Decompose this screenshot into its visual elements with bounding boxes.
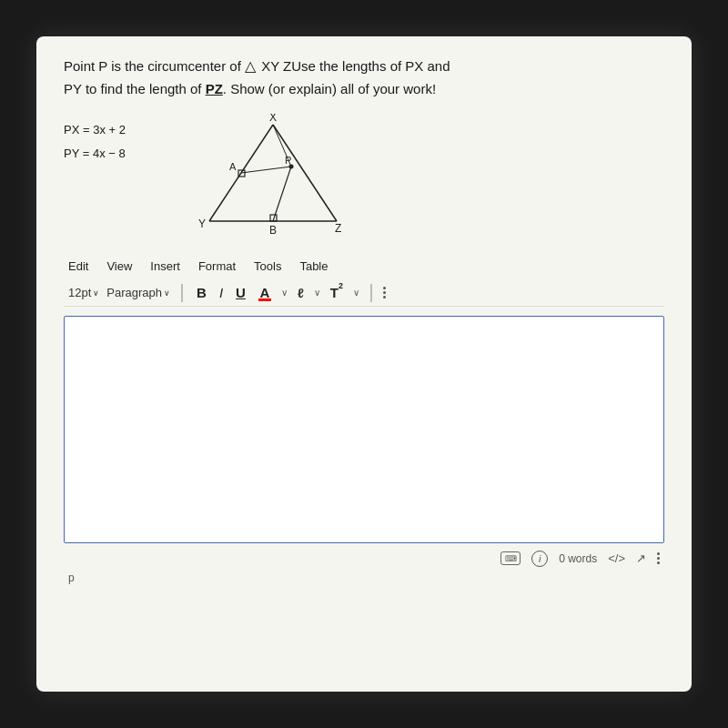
color-bar xyxy=(258,298,271,301)
formatting-bar: 12pt ∨ Paragraph ∨ B I U A ∨ ℓ ∨ T2 ∨ xyxy=(64,280,664,307)
triangle-diagram: X P A Y B Z xyxy=(182,114,364,241)
font-size-selector[interactable]: 12pt ∨ xyxy=(68,286,99,299)
content-area: PX = 3x + 2 PY = 4x − 8 xyxy=(64,109,664,241)
superscript-button[interactable]: T2 xyxy=(328,285,346,300)
super-label: 2 xyxy=(339,281,343,290)
squiggle-chevron: ∨ xyxy=(314,288,320,298)
diagram: X P A Y B Z xyxy=(182,114,364,241)
triangle-symbol: △ xyxy=(245,58,256,74)
problem-text: Point P is the circumcenter of △ XY ZUse… xyxy=(64,55,664,100)
problem-line2-start: PY to find the length of xyxy=(64,81,206,96)
t-super-chevron: ∨ xyxy=(353,288,359,298)
more-options-button[interactable] xyxy=(383,285,386,301)
label-p: P xyxy=(285,155,291,166)
keyboard-icon: ⌨ xyxy=(500,551,521,565)
text-input-area[interactable] xyxy=(64,316,664,543)
toolbar-divider-1 xyxy=(181,284,183,302)
italic-button[interactable]: I xyxy=(217,285,226,300)
label-a: A xyxy=(229,161,237,172)
status-more-button[interactable] xyxy=(657,551,660,566)
equation-py: PY = 4x − 8 xyxy=(64,142,164,166)
t-label: T xyxy=(330,285,339,300)
font-size-chevron: ∨ xyxy=(93,288,99,298)
problem-line2-end: . Show (or explain) all of your work! xyxy=(223,81,436,96)
info-icon: i xyxy=(531,551,548,567)
xyz-label: XY Z xyxy=(258,58,291,74)
problem-prefix: Point P is the circumcenter of xyxy=(64,58,245,74)
pz-underline: PZ xyxy=(206,81,223,96)
bold-button[interactable]: B xyxy=(194,285,209,300)
equations: PX = 3x + 2 PY = 4x − 8 xyxy=(64,118,164,166)
menu-insert[interactable]: Insert xyxy=(150,259,180,273)
paragraph-chevron: ∨ xyxy=(164,288,170,298)
svg-line-2 xyxy=(273,125,337,221)
paragraph-label: Paragraph xyxy=(106,286,162,299)
status-bar: ⌨ i 0 words </> ↗ xyxy=(64,551,664,567)
equation-px: PX = 3x + 2 xyxy=(64,118,164,142)
paragraph-selector[interactable]: Paragraph ∨ xyxy=(106,286,170,299)
font-size-value: 12pt xyxy=(68,286,91,299)
font-color-button[interactable]: A xyxy=(256,285,274,301)
underline-button[interactable]: U xyxy=(233,285,248,300)
svg-line-3 xyxy=(241,167,291,173)
problem-line1: Point P is the circumcenter of △ XY ZUse… xyxy=(64,58,450,74)
label-z: Z xyxy=(335,222,341,235)
problem-mid: Use the lengths of PX and xyxy=(291,58,450,74)
svg-line-4 xyxy=(273,167,291,221)
menu-tools[interactable]: Tools xyxy=(254,259,281,273)
code-button[interactable]: </> xyxy=(608,551,625,565)
svg-point-8 xyxy=(289,164,294,168)
menu-view[interactable]: View xyxy=(106,259,132,273)
screen: Point P is the circumcenter of △ XY ZUse… xyxy=(36,36,692,692)
problem-line2: PY to find the length of PZ. Show (or ex… xyxy=(64,81,436,96)
toolbar-divider-2 xyxy=(370,284,372,302)
p-label: p xyxy=(64,571,664,584)
label-x: X xyxy=(269,114,277,124)
toolbar-menu: Edit View Insert Format Tools Table xyxy=(64,259,664,273)
menu-table[interactable]: Table xyxy=(299,259,328,273)
label-b: B xyxy=(269,224,277,237)
menu-edit[interactable]: Edit xyxy=(68,259,88,273)
squiggle-button[interactable]: ℓ xyxy=(295,286,307,300)
font-color-chevron: ∨ xyxy=(281,288,288,298)
word-count: 0 words xyxy=(559,552,597,565)
resize-icon: ↗ xyxy=(636,551,646,565)
label-y: Y xyxy=(198,217,206,230)
menu-format[interactable]: Format xyxy=(198,259,236,273)
